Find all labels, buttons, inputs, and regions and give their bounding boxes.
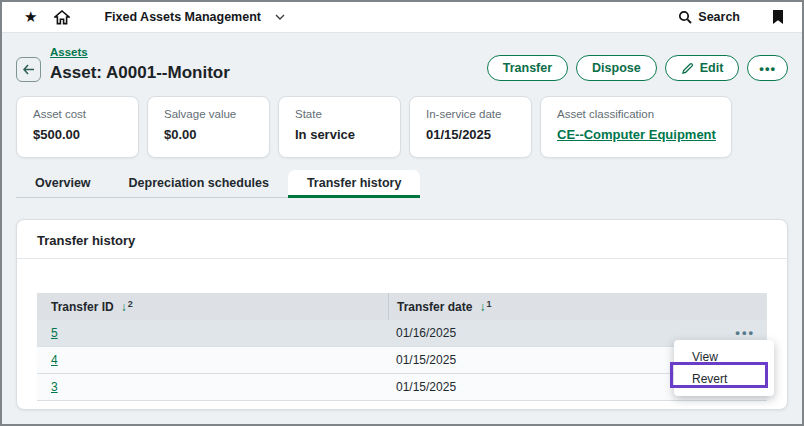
table-row[interactable]: 5 01/16/2025 ••• [37, 320, 767, 347]
home-icon[interactable] [54, 10, 70, 25]
card-value: 01/15/2025 [426, 127, 531, 142]
sort-order: 1 [486, 299, 491, 309]
transfer-history-panel: Transfer history Transfer ID ↓ 2 Transfe… [16, 219, 788, 410]
transfer-date: 01/15/2025 [396, 380, 456, 394]
summary-cards: Asset cost $500.00 Salvage value $0.00 S… [16, 96, 788, 158]
dispose-button[interactable]: Dispose [576, 55, 657, 81]
card-asset-cost: Asset cost $500.00 [16, 96, 139, 158]
sort-order: 2 [128, 299, 133, 309]
column-header-transfer-date[interactable]: Transfer date ↓ 1 [388, 293, 767, 320]
search-button[interactable]: Search [678, 10, 740, 24]
tab-bar: Overview Depreciation schedules Transfer… [16, 170, 420, 198]
card-state: State In service [278, 96, 401, 158]
card-label: Asset cost [33, 108, 138, 120]
back-button[interactable] [16, 57, 41, 82]
sort-indicator: ↓ 2 [121, 301, 133, 313]
card-label: State [295, 108, 400, 120]
page-title: Asset: A0001--Monitor [50, 63, 230, 83]
panel-title: Transfer history [37, 233, 135, 248]
tab-overview[interactable]: Overview [16, 170, 110, 198]
card-value: In service [295, 127, 400, 142]
card-label: In-service date [426, 108, 531, 120]
tab-transfer-history[interactable]: Transfer history [288, 170, 420, 198]
card-label: Asset classification [557, 108, 731, 120]
asset-classification-link[interactable]: CE--Computer Equipment [557, 127, 731, 142]
top-bar: ★ Fixed Assets Management Search [2, 2, 802, 33]
breadcrumb-assets-link[interactable]: Assets [50, 46, 88, 58]
card-in-service-date: In-service date 01/15/2025 [409, 96, 532, 158]
pencil-icon [681, 62, 694, 75]
back-arrow-icon [22, 64, 35, 75]
transfer-date: 01/15/2025 [396, 353, 456, 367]
app-title: Fixed Assets Management [104, 10, 261, 24]
bookmark-icon[interactable] [772, 10, 784, 25]
sort-down-icon: ↓ [479, 301, 485, 313]
tab-depreciation-schedules[interactable]: Depreciation schedules [110, 170, 288, 198]
card-salvage-value: Salvage value $0.00 [147, 96, 270, 158]
chevron-down-icon[interactable] [275, 14, 285, 20]
transfer-history-table: Transfer ID ↓ 2 Transfer date ↓ 1 5 [37, 293, 767, 401]
menu-item-view[interactable]: View [674, 346, 774, 368]
search-icon [678, 10, 692, 24]
sort-down-icon: ↓ [121, 301, 127, 313]
star-icon[interactable]: ★ [24, 8, 37, 26]
transfer-id-link[interactable]: 3 [51, 380, 58, 394]
transfer-id-link[interactable]: 4 [51, 353, 58, 367]
app-window: ★ Fixed Assets Management Search Assets [0, 0, 804, 426]
card-asset-classification: Asset classification CE--Computer Equipm… [540, 96, 732, 158]
transfer-id-link[interactable]: 5 [51, 326, 58, 340]
table-row[interactable]: 4 01/15/2025 [37, 347, 767, 374]
column-header-transfer-id[interactable]: Transfer ID ↓ 2 [37, 300, 388, 314]
edit-button[interactable]: Edit [665, 55, 740, 81]
card-value: $0.00 [164, 127, 269, 142]
more-actions-button[interactable]: ••• [747, 55, 788, 81]
sort-indicator: ↓ 1 [479, 301, 491, 313]
row-context-menu: View Revert [674, 340, 774, 396]
panel-header: Transfer history [17, 220, 787, 259]
table-header-row: Transfer ID ↓ 2 Transfer date ↓ 1 [37, 293, 767, 320]
row-actions-ellipsis-icon[interactable]: ••• [735, 328, 755, 338]
table-row[interactable]: 3 01/15/2025 [37, 374, 767, 401]
edit-label: Edit [700, 61, 724, 75]
transfer-button[interactable]: Transfer [487, 55, 568, 81]
card-value: $500.00 [33, 127, 138, 142]
page-header: Assets Asset: A0001--Monitor Transfer Di… [16, 42, 788, 83]
transfer-date: 01/16/2025 [396, 326, 456, 340]
menu-item-revert[interactable]: Revert [674, 368, 774, 390]
card-label: Salvage value [164, 108, 269, 120]
search-label: Search [698, 10, 740, 24]
